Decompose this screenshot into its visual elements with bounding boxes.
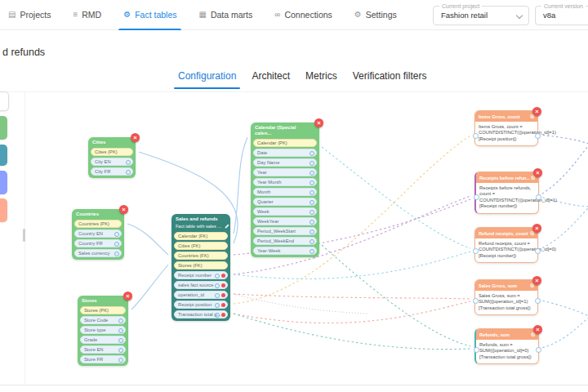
field-calendar-fk[interactable]: Calendar (FK): [174, 232, 228, 240]
field-year-month[interactable]: Year Month: [253, 178, 317, 186]
port-left-icon[interactable]: [473, 298, 479, 304]
port-right-icon[interactable]: [536, 194, 541, 200]
table-node-sales-refunds[interactable]: Sales and refundsFact table with sales .…: [172, 214, 230, 321]
close-icon[interactable]: ×: [533, 325, 542, 334]
info-icon[interactable]: [126, 160, 131, 165]
info-icon[interactable]: [215, 303, 220, 308]
current-version-select[interactable]: Current version v8a: [535, 6, 588, 25]
nav-item-projects[interactable]: ▤ Projects: [8, 0, 51, 29]
info-icon[interactable]: [310, 249, 314, 254]
info-icon[interactable]: [215, 274, 220, 278]
nav-item-data-marts[interactable]: ▦ Data marts: [198, 0, 252, 29]
palette-button-new[interactable]: [0, 91, 9, 111]
info-icon[interactable]: [310, 151, 314, 156]
field-period-weekend[interactable]: Period_WeekEnd: [253, 237, 317, 245]
metric-node-items-gross-count[interactable]: Items Gross, count⚙×Items Gross, count =…: [474, 110, 538, 146]
remove-field-icon[interactable]: [221, 293, 225, 297]
info-icon[interactable]: [118, 348, 123, 353]
table-node-calendar[interactable]: Calendar (Special calen...×Calendar (PK)…: [251, 122, 319, 257]
edit-icon[interactable]: [225, 224, 229, 228]
field-countries-pk[interactable]: Countries (PK): [74, 220, 122, 228]
info-icon[interactable]: [310, 180, 314, 185]
tab-metrics[interactable]: Metrics: [305, 70, 337, 89]
nav-item-fact-tables[interactable]: ⚙ Fact tables: [123, 0, 176, 29]
close-icon[interactable]: ×: [131, 133, 140, 142]
field-country-en[interactable]: Country EN: [74, 229, 122, 238]
remove-field-icon[interactable]: [221, 303, 225, 307]
field-year[interactable]: Year: [253, 168, 317, 176]
remove-field-icon[interactable]: [221, 313, 225, 317]
info-icon[interactable]: [310, 190, 314, 195]
info-icon[interactable]: [118, 318, 123, 323]
field-grade[interactable]: Grade: [80, 336, 126, 344]
port-right-icon[interactable]: [535, 298, 541, 304]
info-icon[interactable]: [310, 229, 314, 234]
field-store-en[interactable]: Store EN: [80, 345, 126, 354]
palette-button-metric[interactable]: [0, 198, 7, 222]
port-left-icon[interactable]: [473, 133, 479, 139]
field-cities-fk[interactable]: Cities (FK): [174, 242, 228, 250]
close-icon[interactable]: ×: [533, 168, 542, 177]
field-receipt-position[interactable]: Receipt position: [174, 301, 228, 309]
nav-item-settings[interactable]: ⚙ Settings: [354, 0, 397, 29]
scrollbar-fragment[interactable]: [23, 229, 25, 242]
field-country-fr[interactable]: Country FR: [74, 239, 122, 247]
info-icon[interactable]: [114, 252, 119, 256]
info-icon[interactable]: [310, 239, 314, 244]
metric-node-refund-receipts-count[interactable]: Refund receipts, count⚙×Refund receipts,…: [474, 227, 538, 263]
nav-item-rmd[interactable]: ≡ RMD: [73, 0, 101, 29]
current-project-select[interactable]: Current project Fashion retail: [433, 6, 529, 25]
field-city-en[interactable]: City EN: [91, 158, 133, 166]
field-quarter[interactable]: Quarter: [253, 198, 317, 206]
info-icon[interactable]: [114, 232, 119, 237]
info-icon[interactable]: [310, 210, 314, 215]
table-node-countries[interactable]: Countries×Countries (PK)Country ENCountr…: [72, 209, 124, 260]
field-store-fr[interactable]: Store FR: [80, 355, 126, 363]
info-icon[interactable]: [215, 313, 220, 318]
table-node-stores[interactable]: Stores×Stores (PK)Store CodeStore typeGr…: [78, 296, 128, 366]
table-node-cities[interactable]: Cities×Cities (PK)City ENCity FR: [88, 137, 136, 178]
info-icon[interactable]: [215, 283, 220, 288]
field-date[interactable]: Date: [253, 149, 317, 157]
tab-configuration[interactable]: Configuration: [178, 70, 236, 89]
info-icon[interactable]: [310, 171, 314, 176]
info-icon[interactable]: [215, 293, 220, 298]
port-left-icon[interactable]: [474, 194, 479, 200]
nav-item-connections[interactable]: ∞ Connections: [274, 0, 332, 29]
metric-node-receipts-before-refunds[interactable]: Receipts before refun...⚙×Receipts befor…: [474, 172, 539, 214]
port-right-icon[interactable]: [535, 248, 541, 254]
field-sales-fact-source[interactable]: sales fact source: [174, 281, 228, 289]
metric-node-sales-gross-sum[interactable]: Sales Gross, sum⚙×Sales Gross, sum = SUM…: [474, 279, 538, 315]
info-icon[interactable]: [114, 242, 119, 247]
close-icon[interactable]: ×: [119, 205, 128, 214]
field-week[interactable]: Week: [253, 207, 317, 216]
field-weekyear[interactable]: WeekYear: [253, 217, 317, 225]
info-icon[interactable]: [310, 220, 314, 225]
close-icon[interactable]: ×: [314, 118, 323, 127]
field-store-type[interactable]: Store type: [80, 326, 126, 334]
palette-button-fact[interactable]: [0, 145, 7, 166]
field-cities-pk[interactable]: Cities (PK): [91, 148, 133, 156]
palette-button-link[interactable]: [0, 171, 7, 194]
info-icon[interactable]: [118, 328, 123, 333]
field-month[interactable]: Month: [253, 188, 317, 196]
port-right-icon[interactable]: [535, 133, 541, 139]
port-left-icon[interactable]: [473, 248, 479, 254]
info-icon[interactable]: [118, 338, 123, 343]
field-operation-id[interactable]: operation_id: [174, 291, 228, 299]
field-stores-pk[interactable]: Stores (PK): [80, 306, 126, 314]
metric-node-refunds-sum[interactable]: Refunds, sum⚙×Refunds, sum = SUM(([opera…: [474, 328, 539, 364]
remove-field-icon[interactable]: [221, 274, 225, 278]
info-icon[interactable]: [310, 161, 314, 166]
palette-button-dimension[interactable]: [0, 116, 7, 140]
field-countries-fk[interactable]: Countries (FK): [174, 252, 228, 260]
info-icon[interactable]: [118, 358, 123, 363]
port-left-icon[interactable]: [474, 347, 479, 353]
field-period-weekstart[interactable]: Period_WeekStart: [253, 227, 317, 235]
field-city-fr[interactable]: City FR: [91, 167, 133, 176]
field-calendar-pk[interactable]: Calendar (PK): [253, 139, 317, 147]
field-receipt-number[interactable]: Receipt number: [174, 271, 228, 279]
port-right-icon[interactable]: [536, 347, 541, 353]
field-year-week[interactable]: Year-Week: [253, 247, 317, 255]
info-icon[interactable]: [310, 200, 314, 205]
